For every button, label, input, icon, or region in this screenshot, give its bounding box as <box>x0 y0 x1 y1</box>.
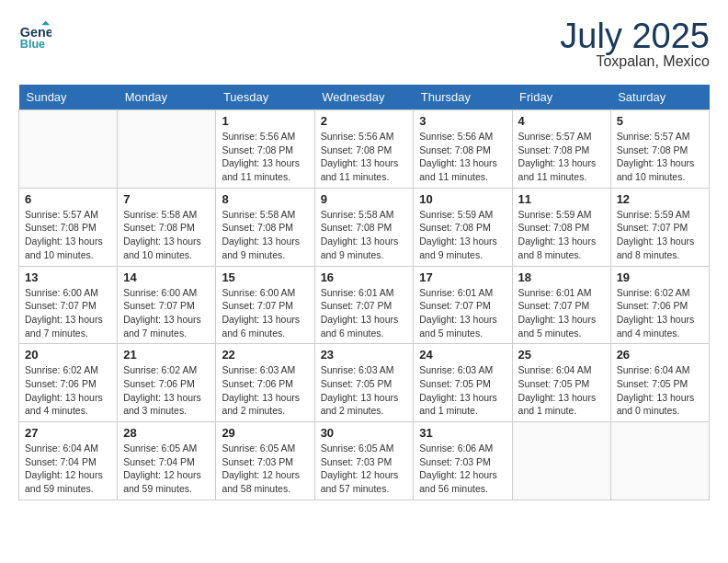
day-info: Sunrise: 5:58 AM Sunset: 7:08 PM Dayligh… <box>222 208 308 262</box>
calendar-cell: 10Sunrise: 5:59 AM Sunset: 7:08 PM Dayli… <box>414 188 512 266</box>
calendar-cell: 18Sunrise: 6:01 AM Sunset: 7:07 PM Dayli… <box>512 266 610 344</box>
day-number: 15 <box>222 270 308 284</box>
day-info: Sunrise: 6:05 AM Sunset: 7:03 PM Dayligh… <box>222 442 308 496</box>
calendar-cell: 29Sunrise: 6:05 AM Sunset: 7:03 PM Dayli… <box>216 422 314 500</box>
day-info: Sunrise: 6:01 AM Sunset: 7:07 PM Dayligh… <box>518 286 605 340</box>
day-number: 2 <box>321 114 408 128</box>
calendar-cell: 16Sunrise: 6:01 AM Sunset: 7:07 PM Dayli… <box>314 266 414 344</box>
day-number: 27 <box>25 426 111 440</box>
day-number: 8 <box>222 192 308 206</box>
page-header: General Blue July 2025 Toxpalan, Mexico <box>18 18 710 70</box>
day-info: Sunrise: 5:59 AM Sunset: 7:07 PM Dayligh… <box>617 208 703 262</box>
day-info: Sunrise: 6:02 AM Sunset: 7:06 PM Dayligh… <box>617 286 703 340</box>
day-number: 26 <box>617 348 703 362</box>
day-number: 1 <box>222 114 308 128</box>
day-info: Sunrise: 6:00 AM Sunset: 7:07 PM Dayligh… <box>222 286 308 340</box>
calendar-cell: 15Sunrise: 6:00 AM Sunset: 7:07 PM Dayli… <box>216 266 314 344</box>
calendar-cell <box>512 422 610 500</box>
calendar-cell: 7Sunrise: 5:58 AM Sunset: 7:08 PM Daylig… <box>118 188 216 266</box>
week-row-2: 6Sunrise: 5:57 AM Sunset: 7:08 PM Daylig… <box>19 188 710 266</box>
day-info: Sunrise: 6:02 AM Sunset: 7:06 PM Dayligh… <box>123 363 210 418</box>
week-row-1: 1Sunrise: 5:56 AM Sunset: 7:08 PM Daylig… <box>19 110 710 189</box>
calendar-cell: 30Sunrise: 6:05 AM Sunset: 7:03 PM Dayli… <box>314 422 414 500</box>
logo: General Blue <box>18 18 51 52</box>
calendar-cell: 6Sunrise: 5:57 AM Sunset: 7:08 PM Daylig… <box>19 188 118 266</box>
day-number: 7 <box>123 192 210 206</box>
weekday-header-sunday: Sunday <box>19 85 118 110</box>
calendar-cell: 25Sunrise: 6:04 AM Sunset: 7:05 PM Dayli… <box>512 344 610 422</box>
svg-marker-2 <box>41 21 50 26</box>
day-info: Sunrise: 6:03 AM Sunset: 7:06 PM Dayligh… <box>222 363 308 418</box>
day-number: 21 <box>123 348 210 362</box>
title-block: July 2025 Toxpalan, Mexico <box>560 18 710 70</box>
calendar-cell: 21Sunrise: 6:02 AM Sunset: 7:06 PM Dayli… <box>118 344 216 422</box>
day-number: 14 <box>123 270 210 284</box>
day-info: Sunrise: 6:00 AM Sunset: 7:07 PM Dayligh… <box>25 286 111 340</box>
day-info: Sunrise: 5:57 AM Sunset: 7:08 PM Dayligh… <box>617 130 703 184</box>
day-info: Sunrise: 5:57 AM Sunset: 7:08 PM Dayligh… <box>518 130 605 184</box>
day-number: 24 <box>419 348 506 362</box>
calendar-cell: 27Sunrise: 6:04 AM Sunset: 7:04 PM Dayli… <box>19 422 118 500</box>
day-info: Sunrise: 5:58 AM Sunset: 7:08 PM Dayligh… <box>321 208 408 262</box>
day-info: Sunrise: 6:04 AM Sunset: 7:05 PM Dayligh… <box>518 363 605 418</box>
day-number: 25 <box>518 348 605 362</box>
day-info: Sunrise: 6:00 AM Sunset: 7:07 PM Dayligh… <box>123 286 210 340</box>
day-info: Sunrise: 6:01 AM Sunset: 7:07 PM Dayligh… <box>419 286 506 340</box>
weekday-header-wednesday: Wednesday <box>314 85 414 110</box>
calendar-cell: 24Sunrise: 6:03 AM Sunset: 7:05 PM Dayli… <box>414 344 512 422</box>
calendar-cell <box>118 110 216 189</box>
day-number: 29 <box>222 426 308 440</box>
week-row-5: 27Sunrise: 6:04 AM Sunset: 7:04 PM Dayli… <box>19 422 710 500</box>
weekday-header-thursday: Thursday <box>414 85 512 110</box>
week-row-3: 13Sunrise: 6:00 AM Sunset: 7:07 PM Dayli… <box>19 266 710 344</box>
day-number: 6 <box>25 192 111 206</box>
calendar-cell: 26Sunrise: 6:04 AM Sunset: 7:05 PM Dayli… <box>610 344 709 422</box>
logo-icon: General Blue <box>18 18 51 52</box>
calendar-cell: 4Sunrise: 5:57 AM Sunset: 7:08 PM Daylig… <box>512 110 610 189</box>
day-info: Sunrise: 6:03 AM Sunset: 7:05 PM Dayligh… <box>419 363 506 418</box>
day-info: Sunrise: 6:05 AM Sunset: 7:03 PM Dayligh… <box>321 442 408 496</box>
calendar-cell: 13Sunrise: 6:00 AM Sunset: 7:07 PM Dayli… <box>19 266 118 344</box>
weekday-header-saturday: Saturday <box>610 85 709 110</box>
svg-text:General: General <box>20 25 51 40</box>
day-number: 13 <box>25 270 111 284</box>
calendar-cell: 8Sunrise: 5:58 AM Sunset: 7:08 PM Daylig… <box>216 188 314 266</box>
day-number: 9 <box>321 192 408 206</box>
day-number: 4 <box>518 114 605 128</box>
weekday-header-tuesday: Tuesday <box>216 85 314 110</box>
month-title: July 2025 <box>560 18 710 53</box>
day-info: Sunrise: 6:04 AM Sunset: 7:04 PM Dayligh… <box>25 442 111 496</box>
day-number: 28 <box>123 426 210 440</box>
calendar-cell <box>610 422 709 500</box>
calendar-cell: 2Sunrise: 5:56 AM Sunset: 7:08 PM Daylig… <box>314 110 414 189</box>
day-info: Sunrise: 6:02 AM Sunset: 7:06 PM Dayligh… <box>25 363 111 418</box>
day-info: Sunrise: 5:59 AM Sunset: 7:08 PM Dayligh… <box>419 208 506 262</box>
day-info: Sunrise: 6:05 AM Sunset: 7:04 PM Dayligh… <box>123 442 210 496</box>
week-row-4: 20Sunrise: 6:02 AM Sunset: 7:06 PM Dayli… <box>19 344 710 422</box>
calendar-cell: 28Sunrise: 6:05 AM Sunset: 7:04 PM Dayli… <box>118 422 216 500</box>
svg-text:Blue: Blue <box>20 38 45 51</box>
calendar-table: SundayMondayTuesdayWednesdayThursdayFrid… <box>18 85 710 500</box>
day-number: 16 <box>321 270 408 284</box>
day-info: Sunrise: 6:04 AM Sunset: 7:05 PM Dayligh… <box>617 363 703 418</box>
calendar-header: SundayMondayTuesdayWednesdayThursdayFrid… <box>19 85 710 110</box>
day-number: 10 <box>419 192 506 206</box>
calendar-cell: 17Sunrise: 6:01 AM Sunset: 7:07 PM Dayli… <box>414 266 512 344</box>
day-info: Sunrise: 6:06 AM Sunset: 7:03 PM Dayligh… <box>419 442 506 496</box>
weekday-header-friday: Friday <box>512 85 610 110</box>
day-number: 22 <box>222 348 308 362</box>
calendar-body: 1Sunrise: 5:56 AM Sunset: 7:08 PM Daylig… <box>19 110 710 500</box>
calendar-cell: 5Sunrise: 5:57 AM Sunset: 7:08 PM Daylig… <box>610 110 709 189</box>
day-number: 20 <box>25 348 111 362</box>
day-number: 11 <box>518 192 605 206</box>
location: Toxpalan, Mexico <box>560 53 710 70</box>
calendar-cell: 11Sunrise: 5:59 AM Sunset: 7:08 PM Dayli… <box>512 188 610 266</box>
calendar-cell: 1Sunrise: 5:56 AM Sunset: 7:08 PM Daylig… <box>216 110 314 189</box>
day-number: 19 <box>617 270 703 284</box>
day-info: Sunrise: 5:56 AM Sunset: 7:08 PM Dayligh… <box>419 130 506 184</box>
weekday-header-monday: Monday <box>118 85 216 110</box>
day-info: Sunrise: 6:03 AM Sunset: 7:05 PM Dayligh… <box>321 363 408 418</box>
calendar-cell: 14Sunrise: 6:00 AM Sunset: 7:07 PM Dayli… <box>118 266 216 344</box>
day-info: Sunrise: 6:01 AM Sunset: 7:07 PM Dayligh… <box>321 286 408 340</box>
calendar-cell <box>19 110 118 189</box>
